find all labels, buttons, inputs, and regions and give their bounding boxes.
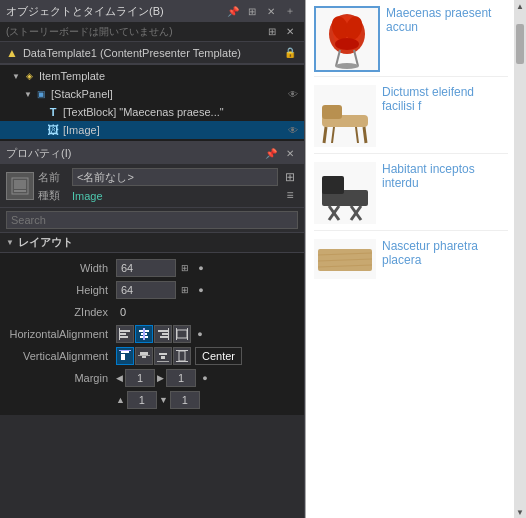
tree-item-stackpanel[interactable]: ▼ ▣ [StackPanel] 👁	[0, 85, 304, 103]
halign-btn-stretch[interactable]	[173, 325, 191, 343]
margin-right-arrow: ▶	[157, 373, 164, 383]
props-header: プロパティ(I) 📌 ✕	[0, 142, 304, 164]
props-header-icons: 📌 ✕	[263, 145, 298, 161]
item-card-3[interactable]: Habitant inceptos interdu	[314, 162, 508, 231]
svg-rect-20	[119, 350, 131, 351]
layout-width-row: Width ⊞ ●	[0, 257, 304, 279]
scroll-up-btn[interactable]: ▲	[514, 0, 526, 12]
right-scrollbar[interactable]: ▲ ▼	[514, 0, 526, 518]
right-content: Maecenas praesent accun	[306, 0, 526, 518]
item-title-4: Nascetur pharetra placera	[382, 239, 508, 267]
storyboard-close-icon[interactable]: ✕	[282, 24, 298, 40]
tree-icon-itemtemplate: ◈	[22, 69, 36, 83]
scroll-down-btn[interactable]: ▼	[514, 506, 526, 518]
svg-rect-4	[120, 333, 126, 335]
halign-btn-left[interactable]	[116, 325, 134, 343]
timeline-close-icon[interactable]: ✕	[263, 3, 279, 19]
lounge-chair-svg	[314, 85, 376, 147]
zindex-label: ZIndex	[6, 306, 116, 318]
height-expand-icon[interactable]: ⊞	[178, 283, 192, 297]
margin-right-input[interactable]	[166, 369, 196, 387]
layout-section-label: レイアウト	[18, 235, 73, 250]
valign-btn-top[interactable]	[116, 347, 134, 365]
props-pin-icon[interactable]: 📌	[263, 145, 279, 161]
search-input[interactable]	[6, 211, 298, 229]
svg-rect-13	[160, 336, 168, 338]
timeline-add-icon[interactable]: ＋	[282, 3, 298, 19]
props-icon1[interactable]: ⊞	[282, 169, 298, 185]
layout-section-header[interactable]: ▼ レイアウト	[0, 233, 304, 253]
tree-arrow-image	[34, 124, 46, 136]
name-type-col: 名前 種類 Image	[38, 168, 278, 203]
margin-left-input[interactable]	[125, 369, 155, 387]
halign-buttons	[116, 325, 191, 343]
svg-rect-12	[162, 333, 168, 335]
margin-inputs2: ▲ ▼	[116, 391, 200, 409]
timeline-pin-icon[interactable]: 📌	[225, 3, 241, 19]
valign-btn-center[interactable]	[135, 347, 153, 365]
height-dot-icon: ●	[194, 283, 208, 297]
item-card-2[interactable]: Dictumst eleifend facilisi f	[314, 85, 508, 154]
valign-btn-stretch[interactable]	[173, 347, 191, 365]
timeline-title: オブジェクトとタイムライン(B)	[6, 4, 164, 19]
svg-rect-11	[158, 330, 168, 332]
margin-left-arrow: ◀	[116, 373, 123, 383]
svg-rect-5	[120, 336, 128, 338]
svg-rect-15	[177, 330, 187, 338]
height-label: Height	[6, 284, 116, 296]
svg-rect-29	[176, 361, 188, 362]
layout-margin-row: Margin ◀ ▶ ●	[0, 367, 304, 389]
tree-arrow-stackpanel: ▼	[22, 88, 34, 100]
width-expand-icon[interactable]: ⊞	[178, 261, 192, 275]
margin-bottom-input[interactable]	[170, 391, 200, 409]
zindex-value: 0	[116, 305, 176, 319]
layout-arrow-icon: ▼	[6, 238, 14, 247]
type-value: Image	[72, 190, 103, 202]
margin-top-input[interactable]	[127, 391, 157, 409]
storyboard-expand-icon[interactable]: ⊞	[264, 24, 280, 40]
storyboard-icons: ⊞ ✕	[264, 24, 298, 40]
svg-rect-41	[322, 105, 342, 119]
svg-rect-25	[161, 356, 165, 359]
wood-slab-svg	[314, 239, 376, 279]
valign-btn-bottom[interactable]	[154, 347, 172, 365]
name-input[interactable]	[72, 168, 278, 186]
halign-btn-right[interactable]	[154, 325, 172, 343]
scroll-thumb[interactable]	[516, 24, 524, 64]
svg-rect-19	[121, 354, 125, 360]
props-title: プロパティ(I)	[6, 146, 71, 161]
timeline-expand-icon[interactable]: ⊞	[244, 3, 260, 19]
eye-icon-image[interactable]: 👁	[288, 125, 298, 136]
layout-height-row: Height ⊞ ●	[0, 279, 304, 301]
storyboard-bar: (ストーリーボードは開いていません) ⊞ ✕	[0, 22, 304, 42]
eye-icon-stackpanel[interactable]: 👁	[288, 89, 298, 100]
center-tooltip: Center	[195, 347, 242, 365]
item-img-2	[314, 85, 376, 149]
tree-label-image: [Image]	[63, 124, 100, 136]
svg-point-38	[335, 63, 359, 69]
layout-zindex-row: ZIndex 0	[0, 301, 304, 323]
props-close-icon[interactable]: ✕	[282, 145, 298, 161]
data-template-icon: ▲	[6, 46, 18, 60]
left-panel: オブジェクトとタイムライン(B) 📌 ⊞ ✕ ＋ (ストーリーボードは開いていま…	[0, 0, 305, 518]
tree-item-image[interactable]: 🖼 [Image] 👁	[0, 121, 304, 139]
item-card-4[interactable]: Nascetur pharetra placera	[314, 239, 508, 285]
properties-panel: プロパティ(I) 📌 ✕ 名前 種類	[0, 142, 304, 518]
tree-icon-stackpanel: ▣	[34, 87, 48, 101]
data-template-lock-icon[interactable]: 🔒	[282, 45, 298, 61]
layout-grid: Width ⊞ ● Height ⊞ ● ZIndex 0 Horizontal…	[0, 253, 304, 415]
swan-chair-svg	[316, 8, 378, 70]
width-dot-icon: ●	[194, 261, 208, 275]
props-icon2[interactable]: ≡	[282, 187, 298, 203]
layout-margin-row2: ▲ ▼	[0, 389, 304, 411]
halign-btn-center[interactable]	[135, 325, 153, 343]
svg-rect-26	[157, 361, 169, 362]
tree-item-itemtemplate[interactable]: ▼ ◈ ItemTemplate	[0, 67, 304, 85]
margin-bottom-arrow: ▼	[159, 395, 168, 405]
height-input[interactable]	[116, 281, 176, 299]
svg-rect-27	[179, 351, 185, 361]
tree-item-textblock[interactable]: T [TextBlock] "Maecenas praese..."	[0, 103, 304, 121]
item-card-1[interactable]: Maecenas praesent accun	[314, 6, 508, 77]
tree-label-itemtemplate: ItemTemplate	[39, 70, 105, 82]
width-input[interactable]	[116, 259, 176, 277]
